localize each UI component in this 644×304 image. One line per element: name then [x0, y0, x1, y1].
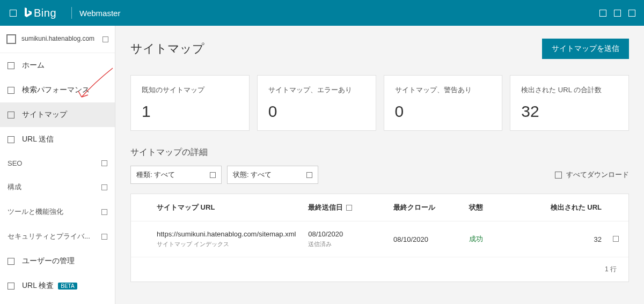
stat-label: サイトマップ、エラーあり [268, 85, 365, 95]
sidebar-item-url-submission[interactable]: URL 送信 [0, 127, 115, 152]
chevron-down-icon [101, 209, 107, 215]
sidebar-item-label: 検索パフォーマンス [22, 85, 107, 95]
sidebar-section-label: 構成 [8, 182, 94, 192]
download-icon [555, 172, 562, 179]
chevron-down-icon [306, 172, 312, 178]
bing-logo-icon[interactable] [23, 7, 33, 19]
sidebar-item-label-text: URL 検査 [22, 281, 54, 290]
sidebar-item-sitemaps[interactable]: サイトマップ [0, 102, 115, 127]
row-last-submit: 08/10/2020 [308, 230, 393, 238]
stat-value: 0 [268, 102, 365, 121]
col-last-submit[interactable]: 最終送信日 [308, 203, 393, 212]
filter-status-value: 状態: すべて [233, 170, 272, 180]
sidebar-item-label: URL 検査 BETA [22, 281, 107, 291]
stat-card-warnings[interactable]: サイトマップ、警告あり 0 [384, 75, 503, 131]
page-header: サイトマップ サイトマップを送信 [130, 39, 629, 59]
download-all-button[interactable]: すべてダウンロード [555, 170, 629, 180]
topbar-right-icons [599, 10, 638, 17]
home-icon [8, 62, 14, 69]
site-name: sumikuni.hatenablog.com [21, 35, 97, 43]
row-status: 成功 [469, 234, 526, 244]
row-submit-status: 送信済み [308, 240, 393, 248]
row-url: https://sumikuni.hatenablog.com/sitemap.… [157, 230, 308, 238]
sitemap-table: サイトマップ URL 最終送信日 最終クロール 状態 検出された URL htt… [130, 194, 629, 282]
sidebar-section-security[interactable]: セキュリティとプライバ... [0, 224, 115, 249]
stat-card-errors[interactable]: サイトマップ、エラーあり 0 [257, 75, 376, 131]
col-last-submit-label: 最終送信日 [308, 203, 343, 212]
sidebar-item-label: サイトマップ [22, 110, 107, 120]
top-bar: Bing Webmaster [0, 0, 644, 26]
stat-card-discovered[interactable]: 検出された URL の合計数 32 [510, 75, 629, 131]
col-url[interactable]: サイトマップ URL [157, 203, 308, 212]
detail-title: サイトマップの詳細 [130, 147, 629, 158]
stat-label: 既知のサイトマップ [142, 85, 238, 95]
table-footer: 1 行 [131, 257, 628, 281]
filter-row: 種類: すべて 状態: すべて すべてダウンロード [130, 166, 629, 184]
filter-type-select[interactable]: 種類: すべて [130, 166, 222, 184]
site-selector[interactable]: sumikuni.hatenablog.com [0, 26, 115, 53]
topbar-action-icon[interactable] [628, 10, 635, 17]
col-last-crawl[interactable]: 最終クロール [393, 203, 469, 212]
sidebar-section-configuration[interactable]: 構成 [0, 175, 115, 199]
sort-icon [346, 205, 352, 211]
chevron-down-icon [103, 36, 108, 42]
row-type: サイトマップ インデックス [157, 240, 308, 248]
sidebar-item-url-inspection[interactable]: URL 検査 BETA [0, 273, 115, 298]
stat-value: 0 [395, 102, 492, 121]
chevron-down-icon [101, 234, 107, 240]
col-status[interactable]: 状態 [469, 203, 526, 212]
sidebar: sumikuni.hatenablog.com ホーム 検索パフォーマンス サイ… [0, 26, 115, 304]
stats-row: 既知のサイトマップ 1 サイトマップ、エラーあり 0 サイトマップ、警告あり 0… [130, 75, 629, 131]
sidebar-item-label: ホーム [22, 61, 107, 70]
filter-status-select[interactable]: 状態: すべて [227, 166, 318, 184]
chevron-down-icon [101, 184, 107, 190]
sidebar-section-label: セキュリティとプライバ... [8, 232, 94, 241]
submit-sitemap-button[interactable]: サイトマップを送信 [542, 39, 629, 59]
users-icon [8, 258, 14, 265]
download-all-label: すべてダウンロード [566, 170, 629, 180]
brand-name[interactable]: Bing [34, 7, 56, 19]
main-content: サイトマップ サイトマップを送信 既知のサイトマップ 1 サイトマップ、エラーあ… [115, 26, 644, 304]
row-discovered: 32 [526, 235, 606, 243]
brand-divider [71, 7, 72, 19]
col-discovered[interactable]: 検出された URL [526, 203, 606, 212]
chevron-down-icon [210, 172, 216, 178]
topbar-action-icon[interactable] [614, 10, 621, 17]
topbar-action-icon[interactable] [599, 10, 606, 17]
beta-badge: BETA [58, 283, 77, 290]
sidebar-section-seo[interactable]: SEO [0, 152, 115, 175]
sidebar-item-user-management[interactable]: ユーザーの管理 [0, 249, 115, 273]
stat-value: 32 [521, 102, 618, 121]
more-icon[interactable] [613, 236, 619, 242]
sidebar-section-label: SEO [8, 159, 94, 167]
sidebar-item-home[interactable]: ホーム [0, 53, 115, 78]
filter-type-value: 種類: すべて [136, 170, 175, 180]
inspect-icon [8, 283, 14, 290]
table-header: サイトマップ URL 最終送信日 最終クロール 状態 検出された URL [131, 194, 628, 221]
page-title: サイトマップ [130, 41, 204, 57]
menu-icon[interactable] [10, 10, 17, 17]
stat-label: 検出された URL の合計数 [521, 85, 618, 95]
sidebar-item-label: URL 送信 [22, 135, 107, 144]
sidebar-section-label: ツールと機能強化 [8, 207, 94, 217]
sitemap-icon [8, 112, 14, 118]
chevron-down-icon [101, 160, 107, 166]
table-row[interactable]: https://sumikuni.hatenablog.com/sitemap.… [131, 221, 628, 257]
sidebar-section-tools[interactable]: ツールと機能強化 [0, 199, 115, 224]
stat-label: サイトマップ、警告あり [395, 85, 492, 95]
sidebar-item-search-performance[interactable]: 検索パフォーマンス [0, 78, 115, 102]
chart-icon [8, 87, 14, 94]
sidebar-item-label: ユーザーの管理 [22, 256, 107, 266]
product-name[interactable]: Webmaster [79, 9, 120, 18]
stat-value: 1 [142, 102, 238, 121]
url-icon [8, 136, 14, 143]
site-icon [6, 34, 16, 44]
row-last-crawl: 08/10/2020 [393, 235, 469, 243]
stat-card-known[interactable]: 既知のサイトマップ 1 [130, 75, 250, 131]
